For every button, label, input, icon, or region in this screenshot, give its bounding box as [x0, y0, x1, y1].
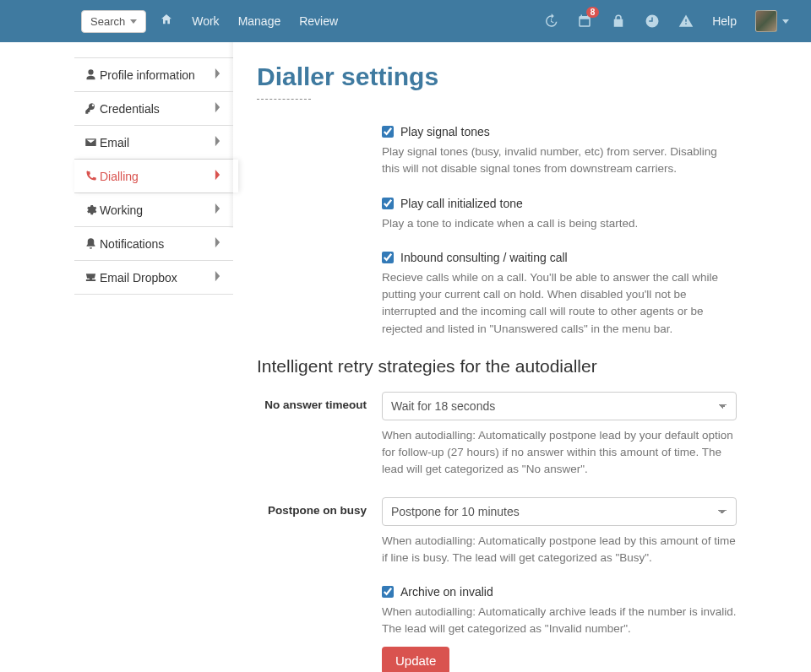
- sidebar-item-working[interactable]: Working: [74, 193, 233, 227]
- main-content: Dialler settings Play signal tones Play …: [233, 42, 811, 672]
- history-icon[interactable]: [543, 14, 558, 29]
- inbound-label: Inbound consulting / waiting call: [400, 251, 568, 264]
- chevron-right-icon: [214, 236, 221, 251]
- setting-inbound-consulting: Inbound consulting / waiting call Reciev…: [382, 251, 737, 338]
- envelope-icon: [81, 136, 100, 149]
- nav-review[interactable]: Review: [299, 14, 338, 28]
- sidebar-item-label: Credentials: [100, 102, 214, 116]
- nav-manage[interactable]: Manage: [238, 14, 281, 28]
- page-title: Dialler settings: [257, 62, 737, 91]
- inbox-icon: [81, 271, 100, 284]
- call-initialized-checkbox[interactable]: [382, 198, 394, 209]
- key-icon: [81, 102, 100, 115]
- postpone-busy-help: When autodialling: Automatically postpon…: [382, 533, 737, 567]
- sidebar-item-profile[interactable]: Profile information: [74, 58, 233, 92]
- user-icon: [81, 68, 100, 81]
- search-button[interactable]: Search: [81, 10, 146, 33]
- setting-call-initialized: Play call initialized tone Play a tone t…: [382, 197, 737, 232]
- search-label: Search: [90, 15, 125, 28]
- postpone-busy-select[interactable]: Postpone for 10 minutes: [382, 497, 737, 526]
- gears-icon: [81, 203, 100, 216]
- update-button[interactable]: Update: [382, 647, 449, 673]
- call-initialized-label: Play call initialized tone: [400, 197, 523, 210]
- postpone-busy-row: Postpone on busy Postpone for 10 minutes: [257, 497, 737, 526]
- sidebar-item-email[interactable]: Email: [74, 126, 233, 160]
- setting-signal-tones: Play signal tones Play signal tones (bus…: [382, 125, 737, 178]
- sidebar-item-label: Email Dropbox: [100, 271, 214, 285]
- user-menu[interactable]: [755, 10, 789, 32]
- caret-down-icon: [782, 19, 789, 24]
- nav-work[interactable]: Work: [192, 14, 219, 28]
- lock-icon[interactable]: [611, 14, 626, 29]
- sidebar-item-email-dropbox[interactable]: Email Dropbox: [74, 261, 233, 295]
- signal-tones-label: Play signal tones: [400, 125, 490, 138]
- sidebar-item-label: Working: [100, 203, 214, 217]
- sidebar-item-credentials[interactable]: Credentials: [74, 92, 233, 126]
- archive-invalid-checkbox[interactable]: [382, 586, 394, 598]
- chevron-right-icon: [214, 169, 221, 183]
- topbar-right-icons: 8 Help: [543, 10, 789, 32]
- sidebar-item-label: Profile information: [100, 68, 214, 82]
- no-answer-label: No answer timeout: [257, 392, 382, 420]
- inbound-checkbox[interactable]: [382, 252, 394, 263]
- sidebar-item-notifications[interactable]: Notifications: [74, 227, 233, 261]
- chevron-right-icon: [214, 135, 221, 149]
- sidebar-item-label: Dialling: [100, 170, 214, 183]
- caret-down-icon: [130, 19, 137, 24]
- no-answer-row: No answer timeout Wait for 18 seconds: [257, 392, 737, 420]
- chevron-right-icon: [214, 101, 221, 116]
- clock-icon[interactable]: [645, 14, 660, 29]
- calendar-badge: 8: [586, 7, 600, 18]
- archive-invalid-label: Archive on invalid: [400, 585, 493, 599]
- avatar-icon: [755, 10, 777, 32]
- no-answer-help: When autodialling: Automatically postpon…: [382, 427, 737, 479]
- help-link[interactable]: Help: [712, 14, 737, 28]
- home-icon[interactable]: [160, 13, 173, 30]
- inbound-help: Recieve calls while on a call. You'll be…: [382, 269, 737, 338]
- chevron-right-icon: [214, 270, 221, 285]
- top-nav-bar: Search Work Manage Review 8 Help: [0, 0, 811, 42]
- primary-nav: Work Manage Review: [160, 13, 338, 30]
- signal-tones-help: Play signal tones (busy, invalid number,…: [382, 144, 737, 178]
- sidebar-item-dialling[interactable]: Dialling: [74, 160, 233, 193]
- sidebar-item-label: Email: [100, 136, 214, 149]
- sidebar-item-label: Notifications: [100, 237, 214, 251]
- archive-invalid-help: When autodialling: Automatically archive…: [382, 604, 737, 638]
- chevron-right-icon: [214, 203, 221, 217]
- calendar-icon[interactable]: 8: [577, 14, 592, 29]
- call-initialized-help: Play a tone to indicate when a call is b…: [382, 215, 737, 232]
- postpone-busy-label: Postpone on busy: [257, 497, 382, 526]
- phone-icon: [81, 170, 100, 182]
- title-underline: [257, 98, 311, 100]
- no-answer-select[interactable]: Wait for 18 seconds: [382, 392, 737, 420]
- warning-icon[interactable]: [678, 14, 694, 29]
- chevron-right-icon: [214, 68, 221, 82]
- retry-section-title: Intelligent retry strategies for the aut…: [257, 356, 737, 377]
- signal-tones-checkbox[interactable]: [382, 126, 394, 138]
- setting-archive-invalid: Archive on invalid When autodialling: Au…: [382, 585, 737, 672]
- settings-sidebar: Profile information Credentials Email Di…: [0, 42, 233, 672]
- bell-icon: [81, 237, 100, 250]
